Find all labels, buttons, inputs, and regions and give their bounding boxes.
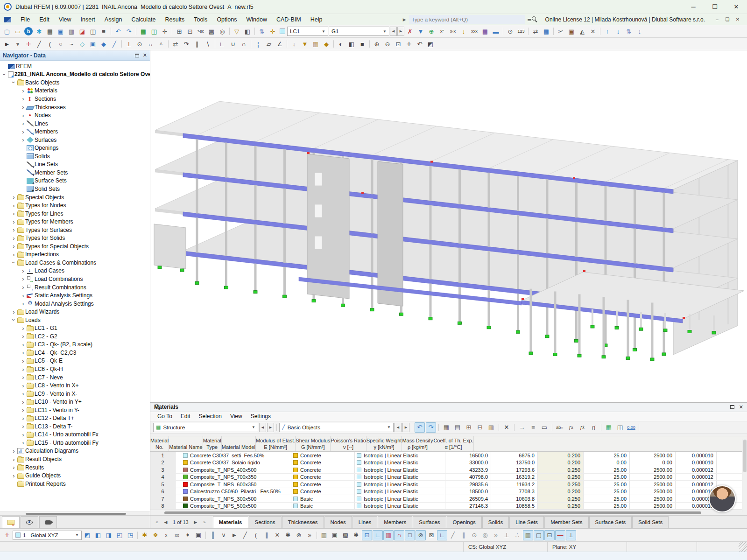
material-name-cell[interactable]: Calcestruzzo C50/60_Pilastri_ Fes.50% — [176, 488, 291, 495]
tree-item[interactable]: Sections — [0, 95, 150, 103]
materials-menu-item[interactable]: Selection — [195, 412, 226, 421]
tree-item[interactable]: LC3 - Qk- (B2, B scale) — [0, 341, 150, 349]
load-case-select[interactable]: LC1▼ — [287, 27, 328, 36]
material-model-cell[interactable]: Isotropic | Linear Elastic — [355, 488, 445, 495]
toolbar-separator[interactable] — [251, 40, 251, 48]
menu-item[interactable]: CAD-BIM — [272, 14, 306, 25]
new-model-button[interactable]: ▢ — [2, 26, 12, 36]
snap-star-button[interactable]: ✱ — [283, 530, 293, 540]
close-button[interactable]: ✕ — [726, 0, 747, 14]
table-tab[interactable]: Surfaces — [413, 516, 446, 528]
tree-item[interactable]: Thicknesses — [0, 103, 150, 112]
toolbar-separator[interactable] — [503, 28, 503, 35]
snap-parallel-button[interactable]: ∥ — [261, 530, 272, 540]
material-no-cell[interactable]: 3 — [150, 466, 176, 473]
modulus-cell[interactable]: 18500.0 — [445, 488, 491, 495]
next-page-button[interactable]: ▶ — [192, 518, 199, 526]
open-model-button[interactable]: ▭ — [13, 26, 23, 36]
expander-icon[interactable] — [20, 357, 27, 364]
prev-page-button[interactable]: ◀ — [162, 518, 169, 526]
visibility-window-button[interactable]: ❖ — [150, 530, 161, 540]
section-button[interactable]: ◧ — [242, 26, 253, 36]
tree-item[interactable]: LC15 - Urto automobili Fy — [0, 439, 150, 447]
toolbar-separator[interactable] — [229, 28, 230, 35]
tree-item[interactable]: Types for Special Objects — [0, 242, 150, 251]
tree-item[interactable]: Solids — [0, 152, 150, 161]
modulus-cell[interactable]: 43233.9 — [445, 466, 491, 473]
result-table-button[interactable]: ▩ — [206, 26, 217, 36]
tree-item[interactable]: Guide Objects — [0, 471, 150, 480]
tree-item[interactable]: Types for Lines — [0, 210, 150, 218]
poisson-cell[interactable]: 0.250 — [538, 503, 584, 510]
divide-tool-button[interactable]: ∖ — [203, 39, 213, 49]
toolbar-separator[interactable] — [254, 28, 255, 35]
tree-item[interactable]: Surfaces — [0, 136, 150, 144]
menu-item[interactable]: Edit — [35, 14, 54, 25]
modulus-cell[interactable]: 29835.6 — [445, 481, 491, 488]
material-name-cell[interactable]: Composite_T_NPS_400x500 — [176, 466, 291, 473]
mass-density-cell[interactable]: 2500.00 — [630, 474, 676, 481]
tree-item[interactable]: Line Sets — [0, 161, 150, 169]
load-group-select[interactable]: G1▼ — [329, 27, 389, 36]
material-model-cell[interactable]: Isotropic | Linear Elastic — [355, 474, 445, 481]
shear-modulus-cell[interactable]: 16319.2 — [491, 474, 538, 481]
display-options-button[interactable]: ✛ — [268, 26, 278, 36]
shear-modulus-cell[interactable]: 17293.6 — [491, 466, 538, 473]
tree-item[interactable]: Basic Objects — [0, 78, 150, 87]
table-row[interactable]: 4 Composite_T_NPS_700x350 Concrete Isotr… — [150, 474, 747, 481]
tree-item[interactable]: Member Sets — [0, 168, 150, 177]
table-tab[interactable]: Openings — [447, 516, 482, 528]
thermal-coeff-cell[interactable]: 0.000010 — [676, 452, 717, 459]
support-tool-button[interactable]: ⊥ — [124, 39, 134, 49]
snap-circle-button[interactable]: ⊗ — [294, 530, 304, 540]
minimize-button[interactable]: ─ — [683, 0, 704, 14]
new-visibility-button[interactable]: ✱ — [140, 530, 150, 540]
column-header[interactable]: Specific Weightγ [kN/m³] — [366, 436, 402, 452]
mass-density-cell[interactable]: 0.00 — [630, 459, 676, 466]
toolbar-separator[interactable] — [601, 424, 601, 431]
angle-snap-button[interactable]: » — [491, 530, 501, 540]
material-model-cell[interactable]: Isotropic | Linear Elastic — [355, 466, 445, 473]
column-header[interactable]: Material Model — [222, 436, 256, 452]
expander-icon[interactable] — [20, 284, 27, 291]
tree-item[interactable]: Special Objects — [0, 193, 150, 202]
expander-icon[interactable] — [10, 79, 17, 86]
tree-item[interactable]: Types for Solids — [0, 234, 150, 242]
expander-icon[interactable] — [10, 194, 17, 201]
snap-intersection-button[interactable]: ✕ — [272, 530, 282, 540]
specific-weight-cell[interactable]: 25.00 — [584, 488, 630, 495]
selection-box-button[interactable]: ▢ — [534, 530, 544, 540]
perpendicular-snap-button[interactable]: ⊥ — [501, 530, 512, 540]
doc-restore-button[interactable]: ❏ — [723, 15, 732, 24]
expander-icon[interactable] — [10, 218, 17, 225]
tree-item[interactable]: Materials — [0, 87, 150, 95]
tree-item[interactable]: Load Wizards — [0, 308, 150, 316]
view-in-z-button[interactable]: ◰ — [114, 530, 125, 540]
expander-icon[interactable] — [20, 341, 27, 348]
toolbar-separator[interactable] — [136, 28, 136, 35]
grid-button[interactable]: ▦ — [319, 530, 329, 540]
line-tool-button[interactable]: ╱ — [34, 39, 44, 49]
tree-item[interactable]: RFEM — [0, 62, 150, 70]
fe-mesh-button[interactable]: ⊞ — [174, 26, 184, 36]
tree-item[interactable]: Load Cases & Combinations — [0, 259, 150, 267]
select-special-button[interactable]: ▾ — [13, 39, 23, 49]
search-table-button[interactable] — [155, 404, 165, 414]
column-header[interactable]: Shear ModulusG [N/mm²] — [296, 436, 331, 452]
toolbar-separator[interactable] — [528, 28, 529, 35]
table-row[interactable]: 7 Composite_T_NPS_300x500 Basic Isotropi… — [150, 495, 747, 503]
reference-line-button[interactable]: — — [555, 530, 565, 540]
doc-close-button[interactable]: ✕ — [733, 15, 742, 24]
materials-menu-item[interactable]: Settings — [247, 412, 275, 421]
view-rotate-button[interactable]: ◳ — [125, 530, 135, 540]
expander-icon[interactable] — [10, 448, 17, 455]
intersection-button[interactable]: ∩ — [239, 39, 249, 49]
surface-tool-button[interactable]: ◇ — [77, 39, 87, 49]
menu-item[interactable]: Insert — [76, 14, 100, 25]
toolbar-separator[interactable] — [205, 532, 206, 539]
ellipse-snap-button[interactable]: ◎ — [480, 530, 490, 540]
modulus-cell[interactable]: 26509.4 — [445, 495, 491, 502]
menu-item[interactable]: Calculate — [127, 14, 160, 25]
material-no-cell[interactable]: 7 — [150, 495, 176, 502]
mesh-settings-button[interactable]: ⊡ — [185, 26, 195, 36]
